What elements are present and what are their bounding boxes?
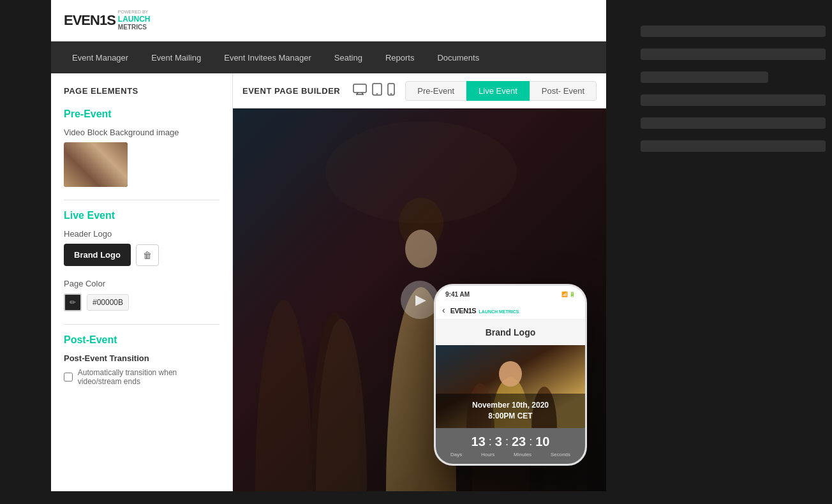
- color-swatch-row: #00000B: [64, 293, 219, 311]
- svg-rect-0: [64, 142, 128, 187]
- svg-point-26: [499, 361, 522, 387]
- logo-row: Brand Logo 🗑: [64, 244, 219, 266]
- nav-item-reports[interactable]: Reports: [374, 41, 426, 73]
- countdown-sep-1: :: [489, 435, 492, 448]
- video-thumbnail[interactable]: [64, 142, 128, 187]
- countdown-hours: 3: [495, 434, 502, 449]
- phone-brand-logo: Brand Logo: [436, 320, 585, 345]
- color-hex-value[interactable]: #00000B: [87, 294, 129, 311]
- app-container: EVEN1S POWERED BY LAUNCH METRICS Event M…: [51, 0, 606, 491]
- pre-event-section-label: Pre-Event: [64, 108, 219, 120]
- thumbnail-svg: [64, 142, 128, 187]
- svg-point-2: [93, 161, 112, 187]
- header-logo-label: Header Logo: [64, 229, 219, 239]
- phone-time: 9:41 AM: [445, 291, 470, 298]
- svg-point-3: [110, 168, 126, 187]
- background-bars: [641, 26, 832, 152]
- phone-hero-overlay: November 10th, 2020 8:00PM CET: [436, 394, 585, 428]
- countdown-seconds: 10: [535, 434, 549, 449]
- logo-area: EVEN1S POWERED BY LAUNCH METRICS: [64, 10, 151, 32]
- phone-date-line2: 8:00PM CET: [442, 411, 579, 422]
- delete-logo-button[interactable]: 🗑: [136, 244, 159, 266]
- countdown-sep-3: :: [529, 435, 532, 448]
- bg-bar-6: [641, 140, 826, 152]
- post-event-section-label: Post-Event: [64, 334, 219, 346]
- countdown-numbers: 13 : 3 : 23 : 10: [441, 434, 580, 449]
- countdown-days: 13: [472, 434, 486, 449]
- desktop-icon[interactable]: [353, 84, 367, 98]
- bg-bar-2: [641, 48, 826, 60]
- svg-rect-4: [353, 84, 366, 93]
- label-seconds: Seconds: [551, 452, 570, 457]
- countdown-minutes: 23: [512, 434, 526, 449]
- builder-title: EVENT PAGE BUILDER: [242, 86, 340, 96]
- page-color-label: Page Color: [64, 279, 219, 288]
- phone-date-line1: November 10th, 2020: [442, 400, 579, 411]
- nav-item-event-mailing[interactable]: Event Mailing: [140, 41, 212, 73]
- tab-pre-event[interactable]: Pre-Event: [405, 81, 466, 101]
- live-event-section-label: Live Event: [64, 210, 219, 221]
- nav-item-event-manager[interactable]: Event Manager: [61, 41, 140, 73]
- bg-bar-5: [641, 117, 826, 129]
- label-minutes: Minutes: [514, 452, 531, 457]
- mobile-icon[interactable]: [387, 83, 395, 99]
- preview-area: EVENT PAGE BUILDER Pre-Event Live Event: [233, 73, 606, 491]
- phone-logo-area: EVEN1S LAUNCH METRICS: [450, 304, 519, 316]
- color-swatch[interactable]: [64, 293, 82, 311]
- tab-live-event[interactable]: Live Event: [466, 81, 530, 101]
- tab-post-event[interactable]: Post- Event: [530, 81, 597, 101]
- phone-hero-image: November 10th, 2020 8:00PM CET: [436, 345, 585, 428]
- phone-signals: 📶 🔋: [561, 292, 576, 297]
- nav-item-documents[interactable]: Documents: [426, 41, 491, 73]
- svg-point-9: [376, 93, 378, 94]
- phone-countdown: 13 : 3 : 23 : 10 Days Hours Minutes: [436, 428, 585, 464]
- app-header: EVEN1S POWERED BY LAUNCH METRICS: [51, 0, 606, 41]
- play-button[interactable]: [401, 281, 439, 319]
- video-preview[interactable]: 9:41 AM 📶 🔋 ‹ EVEN1S LAUNCH METRICS Bran…: [233, 108, 606, 491]
- nav-item-seating[interactable]: Seating: [323, 41, 374, 73]
- svg-point-1: [71, 165, 94, 187]
- nav-item-event-invitees[interactable]: Event Invitees Manager: [212, 41, 323, 73]
- countdown-labels: Days Hours Minutes Seconds: [441, 452, 580, 457]
- trash-icon: 🗑: [143, 250, 152, 260]
- bg-bar-4: [641, 94, 826, 106]
- video-block-label: Video Block Background image: [64, 128, 219, 137]
- app-nav: Event Manager Event Mailing Event Invite…: [51, 41, 606, 73]
- phone-mockup: 9:41 AM 📶 🔋 ‹ EVEN1S LAUNCH METRICS Bran…: [434, 284, 587, 466]
- device-icons: [353, 83, 395, 99]
- label-hours: Hours: [481, 452, 494, 457]
- divider-2: [64, 324, 219, 325]
- divider-1: [64, 200, 219, 200]
- post-event-transition-label: Post-Event Transition: [64, 353, 219, 363]
- event-tabs: Pre-Event Live Event Post- Event: [405, 81, 597, 101]
- auto-transition-text: Automatically transition when video/stre…: [78, 368, 219, 386]
- phone-logo-text: EVEN1S: [450, 307, 476, 315]
- label-days: Days: [450, 452, 462, 457]
- auto-transition-checkbox[interactable]: [64, 372, 73, 382]
- sidebar: PAGE ELEMENTS Pre-Event Video Block Back…: [51, 73, 233, 491]
- logo-powered-by: POWERED BY LAUNCH METRICS: [118, 10, 151, 32]
- phone-statusbar: 9:41 AM 📶 🔋: [436, 286, 585, 301]
- countdown-sep-2: :: [505, 435, 509, 448]
- bg-bar-1: [641, 26, 826, 37]
- logo-events-text: EVEN1S: [64, 12, 115, 29]
- sidebar-title: PAGE ELEMENTS: [64, 86, 219, 96]
- builder-toolbar: EVENT PAGE BUILDER Pre-Event Live Event: [233, 73, 606, 108]
- auto-transition-row: Automatically transition when video/stre…: [64, 368, 219, 386]
- svg-point-11: [390, 93, 392, 94]
- phone-back-button[interactable]: ‹: [442, 305, 445, 315]
- phone-logo-launch: LAUNCH METRICS: [479, 309, 519, 314]
- bg-bar-3: [641, 71, 768, 83]
- brand-logo-button[interactable]: Brand Logo: [64, 244, 131, 266]
- phone-header: ‹ EVEN1S LAUNCH METRICS: [436, 301, 585, 320]
- app-content: PAGE ELEMENTS Pre-Event Video Block Back…: [51, 73, 606, 491]
- tablet-icon[interactable]: [372, 83, 382, 99]
